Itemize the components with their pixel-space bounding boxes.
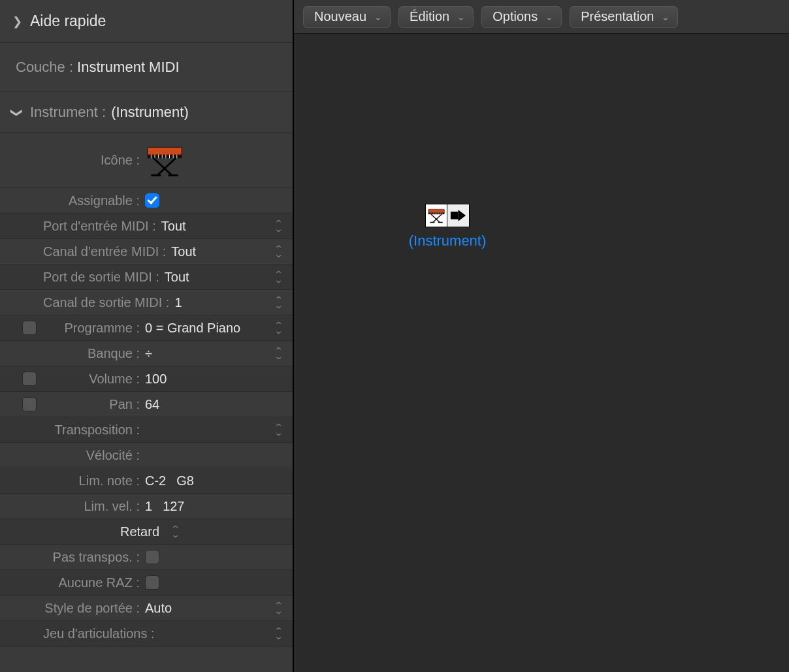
staff-style-value[interactable]: Auto [145,601,172,616]
no-transpose-label: Pas transpos. : [43,550,145,565]
no-transpose-checkbox[interactable] [145,550,159,564]
stepper-icon[interactable] [270,603,287,614]
inspector-sidebar: ❯ Aide rapide Couche : Instrument MIDI ❯… [0,0,294,672]
midi-out-port-row: Port de sortie MIDI : Tout [0,264,293,290]
stepper-icon[interactable] [167,526,184,537]
new-menu-label: Nouveau [314,9,366,24]
chevron-down-icon: ❯ [10,104,24,120]
synth-icon [145,141,184,180]
environment-window: ❯ Aide rapide Couche : Instrument MIDI ❯… [0,0,789,672]
volume-enable-checkbox[interactable] [22,372,37,386]
midi-out-port-value[interactable]: Tout [165,270,189,285]
transpose-label: Transposition : [43,423,145,438]
midi-in-chan-value[interactable]: Tout [171,244,196,259]
program-value[interactable]: 0 = Grand Piano [145,321,240,336]
no-reset-label: Aucune RAZ : [43,575,145,590]
bank-row: Banque : ÷ [0,341,293,366]
options-menu-button[interactable]: Options ⌄ [481,6,562,28]
icon-row[interactable]: Icône : [0,133,293,188]
midi-in-chan-row: Canal d'entrée MIDI : Tout [0,239,293,264]
velocity-row: Vélocité : [0,443,293,468]
instrument-header[interactable]: ❯ Instrument : (Instrument) [0,91,293,133]
stepper-icon[interactable] [270,246,287,257]
program-enable-checkbox[interactable] [22,321,37,335]
volume-value[interactable]: 100 [145,372,167,387]
environment-canvas[interactable]: (Instrument) [294,34,789,672]
note-limit-high[interactable]: G8 [176,473,194,488]
icon-label: Icône : [43,153,145,168]
chevron-down-icon: ⌄ [545,12,553,22]
delay-label: Retard [43,524,165,539]
program-row: Programme : 0 = Grand Piano [0,315,293,341]
environment-main: Nouveau ⌄ Édition ⌄ Options ⌄ Présentati… [294,0,789,672]
layer-label: Couche : [16,59,73,76]
volume-row: Volume : 100 [0,366,293,392]
chevron-down-icon: ⌄ [457,12,465,22]
pan-label: Pan : [43,397,145,412]
staff-style-row: Style de portée : Auto [0,596,293,621]
instrument-label: Instrument : [30,104,106,121]
bank-label: Banque : [43,346,145,361]
program-label: Programme : [43,321,145,336]
options-menu-label: Options [492,9,538,24]
quick-help-title: Aide rapide [30,12,106,30]
environment-toolbar: Nouveau ⌄ Édition ⌄ Options ⌄ Présentati… [294,0,789,34]
midi-in-chan-label: Canal d'entrée MIDI : [43,244,171,259]
volume-label: Volume : [43,372,145,387]
articulation-set-label: Jeu d'articulations : [43,626,160,641]
note-limit-low[interactable]: C-2 [145,473,166,488]
stepper-icon[interactable] [270,221,287,232]
stepper-icon[interactable] [270,272,287,283]
svg-rect-14 [451,212,459,219]
vel-limit-high[interactable]: 127 [163,499,184,514]
edit-menu-button[interactable]: Édition ⌄ [398,6,474,28]
vel-limit-row: Lim. vel. : 1 127 [0,494,293,519]
stepper-icon[interactable] [270,424,287,436]
layer-row[interactable]: Couche : Instrument MIDI [0,43,293,91]
edit-menu-label: Édition [410,9,449,24]
midi-in-port-row: Port d'entrée MIDI : Tout [0,214,293,239]
layer-value: Instrument MIDI [77,59,179,76]
vel-limit-low[interactable]: 1 [145,499,152,514]
property-list: Icône : Assignable : Port d'entrée MIDI … [0,133,293,672]
note-limit-row: Lim. note : C-2 G8 [0,468,293,494]
no-reset-row: Aucune RAZ : [0,570,293,596]
stepper-icon[interactable] [270,297,287,308]
chevron-down-icon: ⌄ [374,12,382,22]
assignable-checkbox[interactable] [145,193,159,208]
pan-value[interactable]: 64 [145,397,159,412]
stepper-icon[interactable] [270,323,287,334]
instrument-node[interactable]: (Instrument) [382,204,513,249]
assignable-label: Assignable : [43,193,145,208]
stepper-icon[interactable] [270,348,287,359]
midi-out-port-label: Port de sortie MIDI : [43,270,165,285]
chevron-right-icon: ❯ [9,14,25,29]
stepper-icon[interactable] [270,628,287,639]
quick-help-header[interactable]: ❯ Aide rapide [0,0,293,43]
output-port-icon [449,206,468,225]
svg-marker-15 [459,210,466,221]
bank-value[interactable]: ÷ [145,346,152,361]
staff-style-label: Style de portée : [43,601,145,616]
pan-row: Pan : 64 [0,392,293,417]
midi-out-chan-value[interactable]: 1 [174,295,182,310]
midi-in-port-label: Port d'entrée MIDI : [43,219,161,234]
chevron-down-icon: ⌄ [662,12,669,22]
new-menu-button[interactable]: Nouveau ⌄ [303,6,391,28]
delay-row[interactable]: Retard [0,519,293,545]
view-menu-label: Présentation [581,9,654,24]
transpose-row: Transposition : [0,417,293,443]
midi-out-chan-label: Canal de sortie MIDI : [43,295,174,310]
articulation-set-row: Jeu d'articulations : [0,621,293,647]
instrument-node-label[interactable]: (Instrument) [382,232,513,249]
midi-out-chan-row: Canal de sortie MIDI : 1 [0,290,293,315]
pan-enable-checkbox[interactable] [22,397,37,411]
no-transpose-row: Pas transpos. : [0,545,293,570]
view-menu-button[interactable]: Présentation ⌄ [570,6,678,28]
note-limit-label: Lim. note : [43,473,145,488]
midi-in-port-value[interactable]: Tout [161,219,186,234]
instrument-node-icon [425,204,470,227]
no-reset-checkbox[interactable] [145,575,159,590]
assignable-row: Assignable : [0,188,293,214]
velocity-label: Vélocité : [43,448,145,463]
